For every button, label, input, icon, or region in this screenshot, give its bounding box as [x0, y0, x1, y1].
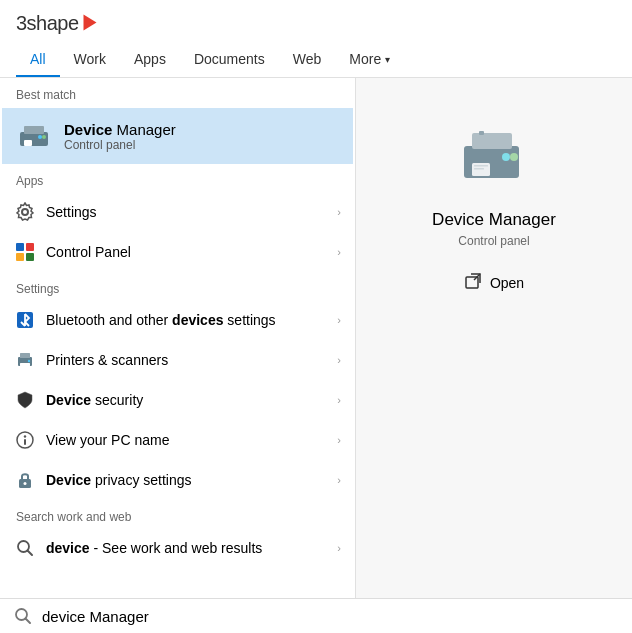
- list-item-control-panel[interactable]: Control Panel ›: [0, 232, 355, 272]
- pc-name-chevron-icon: ›: [337, 434, 341, 446]
- svg-rect-13: [20, 363, 30, 366]
- device-manager-icon: [16, 118, 52, 154]
- search-web-chevron-icon: ›: [337, 542, 341, 554]
- settings-section-label: Settings: [0, 272, 355, 300]
- logo: 3shape: [16, 12, 616, 35]
- svg-rect-23: [472, 133, 512, 149]
- device-security-label: Device security: [46, 392, 327, 408]
- logo-icon: [83, 15, 96, 31]
- svg-point-26: [510, 153, 518, 161]
- apps-section-label: Apps: [0, 164, 355, 192]
- bluetooth-icon: [14, 309, 36, 331]
- svg-rect-9: [26, 253, 34, 261]
- search-web-label-text: device - See work and web results: [46, 540, 327, 556]
- tab-work[interactable]: Work: [60, 43, 120, 77]
- bluetooth-chevron-icon: ›: [337, 314, 341, 326]
- control-panel-label: Control Panel: [46, 244, 327, 260]
- settings-chevron-icon: ›: [337, 206, 341, 218]
- svg-line-33: [26, 619, 31, 624]
- svg-point-25: [502, 153, 510, 161]
- left-panel: Best match Device Manager Control panel: [0, 78, 355, 598]
- svg-point-4: [42, 135, 46, 139]
- search-bar: [0, 598, 632, 633]
- list-item-search-web[interactable]: device - See work and web results ›: [0, 528, 355, 568]
- printer-icon: [14, 349, 36, 371]
- svg-point-14: [28, 360, 30, 362]
- settings-icon: [14, 201, 36, 223]
- svg-rect-27: [479, 131, 484, 135]
- main-content: Best match Device Manager Control panel: [0, 78, 632, 598]
- right-panel-title: Device Manager: [432, 210, 556, 230]
- svg-rect-1: [24, 126, 44, 134]
- info-icon: [14, 429, 36, 451]
- list-item-device-security[interactable]: Device security ›: [0, 380, 355, 420]
- pc-name-label: View your PC name: [46, 432, 327, 448]
- search-input[interactable]: [42, 608, 618, 625]
- tab-bar: All Work Apps Documents Web More ▾: [16, 43, 616, 77]
- best-match-item[interactable]: Device Manager Control panel: [2, 108, 353, 164]
- svg-line-21: [28, 551, 33, 556]
- search-icon: [14, 607, 32, 625]
- list-item-device-privacy[interactable]: Device privacy settings ›: [0, 460, 355, 500]
- settings-label: Settings: [46, 204, 327, 220]
- printers-label: Printers & scanners: [46, 352, 327, 368]
- svg-rect-17: [24, 439, 26, 445]
- search-web-icon: [14, 537, 36, 559]
- list-item-bluetooth[interactable]: Bluetooth and other devices settings ›: [0, 300, 355, 340]
- best-match-label: Best match: [0, 78, 355, 108]
- right-panel-subtitle: Control panel: [458, 234, 529, 248]
- svg-rect-7: [26, 243, 34, 251]
- open-button[interactable]: Open: [464, 272, 524, 294]
- best-match-title: Device Manager: [64, 121, 339, 138]
- control-panel-icon: [14, 241, 36, 263]
- search-web-section-label: Search work and web: [0, 500, 355, 528]
- right-panel: Device Manager Control panel Open: [355, 78, 632, 598]
- svg-point-16: [24, 435, 26, 437]
- device-privacy-chevron-icon: ›: [337, 474, 341, 486]
- device-privacy-label: Device privacy settings: [46, 472, 327, 488]
- tab-documents[interactable]: Documents: [180, 43, 279, 77]
- tab-more[interactable]: More ▾: [335, 43, 404, 77]
- open-icon: [464, 272, 482, 294]
- device-security-chevron-icon: ›: [337, 394, 341, 406]
- best-match-subtitle: Control panel: [64, 138, 339, 152]
- printers-chevron-icon: ›: [337, 354, 341, 366]
- svg-rect-2: [24, 140, 32, 146]
- more-dropdown-icon: ▾: [385, 54, 390, 65]
- list-item-settings[interactable]: Settings ›: [0, 192, 355, 232]
- svg-rect-28: [474, 165, 488, 167]
- svg-rect-29: [474, 168, 484, 170]
- svg-point-19: [24, 482, 27, 485]
- app-window: 3shape All Work Apps Documents Web More …: [0, 0, 632, 633]
- list-item-pc-name[interactable]: View your PC name ›: [0, 420, 355, 460]
- svg-point-3: [38, 135, 42, 139]
- shield-icon: [14, 389, 36, 411]
- right-panel-device-icon: [454, 118, 534, 198]
- svg-rect-12: [20, 353, 30, 358]
- bluetooth-label: Bluetooth and other devices settings: [46, 312, 327, 328]
- tab-all[interactable]: All: [16, 43, 60, 77]
- privacy-icon: [14, 469, 36, 491]
- svg-rect-8: [16, 253, 24, 261]
- list-item-printers[interactable]: Printers & scanners ›: [0, 340, 355, 380]
- tab-apps[interactable]: Apps: [120, 43, 180, 77]
- svg-point-5: [22, 209, 28, 215]
- control-panel-chevron-icon: ›: [337, 246, 341, 258]
- best-match-text: Device Manager Control panel: [64, 121, 339, 152]
- svg-rect-6: [16, 243, 24, 251]
- header: 3shape All Work Apps Documents Web More …: [0, 0, 632, 78]
- logo-text: 3shape: [16, 12, 79, 35]
- open-label: Open: [490, 275, 524, 291]
- tab-web[interactable]: Web: [279, 43, 336, 77]
